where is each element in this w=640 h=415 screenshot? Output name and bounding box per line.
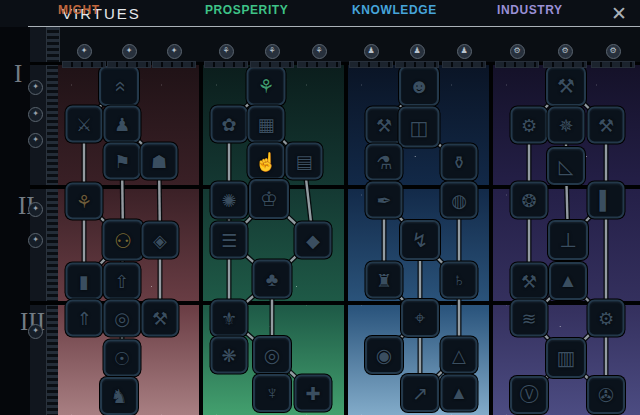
- might-hex-arrow-node[interactable]: ⇑: [66, 300, 103, 337]
- prosperity-snowflake-node[interactable]: ❋: [211, 337, 248, 374]
- might-apple-node[interactable]: ⚘: [66, 183, 103, 220]
- ram-icon: ♞: [110, 385, 127, 408]
- tier-era-indicator-might-1: ✦: [62, 44, 106, 68]
- tier-1-unlock-button-2[interactable]: ✦: [28, 107, 43, 122]
- green-apple-icon: ⚘: [257, 75, 274, 98]
- knowledge-altar-node[interactable]: ♜: [366, 262, 403, 299]
- industry-anvil-node[interactable]: ⊥: [548, 220, 588, 260]
- city-chart-icon: ▦: [257, 113, 274, 135]
- knowledge-eye-node[interactable]: ◉: [365, 336, 403, 374]
- leaf-icon: ⚘: [219, 44, 234, 59]
- prosperity-scroll-node[interactable]: ▤: [286, 143, 323, 180]
- might-sword-node[interactable]: ⚔: [66, 106, 103, 143]
- might-gauntlet-node[interactable]: ☗: [141, 143, 178, 180]
- tier-2-unlock-button-1[interactable]: ✦: [28, 202, 43, 217]
- tree-icon: ♣: [266, 268, 278, 290]
- tier-numeral-1: I: [14, 60, 22, 88]
- industry-gear-node[interactable]: ⚙: [511, 107, 548, 144]
- column-title-might: MIGHT: [58, 3, 100, 17]
- virtue-slot-bar: [297, 61, 341, 68]
- fist-icon: ✦: [77, 44, 92, 59]
- might-figure-node[interactable]: ♟: [104, 106, 141, 143]
- might-mask-node[interactable]: ⚇: [103, 220, 144, 261]
- prosperity-wreath-node[interactable]: ◎: [253, 336, 291, 374]
- knowledge-open-book-node[interactable]: ◫: [399, 107, 440, 148]
- industry-mountain-node[interactable]: ▲: [549, 262, 587, 300]
- might-banner-node[interactable]: ⚑: [104, 143, 141, 180]
- prosperity-stack-node[interactable]: ☰: [211, 222, 248, 259]
- knowledge-branch-node[interactable]: ↯: [400, 220, 440, 260]
- industry-hammer-node[interactable]: ⚒: [511, 263, 548, 300]
- tier-2-unlock-button-2[interactable]: ✦: [28, 233, 43, 248]
- tier-3-unlock-button-1[interactable]: ✦: [28, 324, 43, 339]
- knowledge-telescope-node[interactable]: ↗: [401, 374, 439, 412]
- knowledge-microscope-node[interactable]: ⌖: [401, 299, 439, 337]
- knowledge-hammers-node[interactable]: ⚒: [366, 107, 403, 144]
- tier-1-unlock-button-1[interactable]: ✦: [28, 80, 43, 95]
- mask-icon: ⚇: [114, 228, 132, 252]
- might-crossed-weapons-node[interactable]: ⚒: [142, 300, 179, 337]
- knowledge-alembic-node[interactable]: ⚗: [366, 144, 403, 181]
- industry-hammer-star-node[interactable]: ✵: [548, 107, 585, 144]
- prosperity-burst-node[interactable]: ✺: [211, 182, 248, 219]
- industry-factory-node[interactable]: ⚙: [588, 300, 625, 337]
- knowledge-bust-node[interactable]: ☻: [399, 66, 439, 106]
- might-helmet-node[interactable]: ◈: [142, 222, 179, 259]
- industry-chisel-node[interactable]: ▌: [588, 182, 625, 219]
- tier-divider-1: [30, 185, 640, 189]
- close-icon[interactable]: ✕: [606, 2, 632, 26]
- knowledge-quill-node[interactable]: ✒: [366, 182, 403, 219]
- tier-era-indicator-industry-2: ⚙: [543, 44, 587, 68]
- virtue-slot-bar: [250, 61, 294, 68]
- industry-temple-columns-node[interactable]: ▥: [546, 338, 586, 378]
- industry-wrench-node[interactable]: ⚒: [546, 66, 586, 106]
- knowledge-urn-node[interactable]: ⚱: [441, 144, 478, 181]
- tier-era-indicator-prosperity-1: ⚘: [204, 44, 248, 68]
- knowledge-cone-node[interactable]: ▲: [441, 375, 478, 412]
- knowledge-ringed-planet-node[interactable]: ♄: [441, 262, 478, 299]
- leaf-icon: ⚘: [265, 44, 280, 59]
- palm-icon: ♆: [265, 382, 279, 404]
- industry-set-square-node[interactable]: ◺: [547, 147, 585, 185]
- crossed-weapons-icon: ⚒: [152, 307, 168, 329]
- tier-1-unlock-button-3[interactable]: ✦: [28, 133, 43, 148]
- prosperity-crown-node[interactable]: ♔: [249, 179, 289, 219]
- industry-toolkit-node[interactable]: ✇: [587, 376, 625, 414]
- prosperity-palm-node[interactable]: ♆: [253, 374, 291, 412]
- prosperity-gem-node[interactable]: ◆: [295, 222, 332, 259]
- column-divider-2: [344, 63, 348, 415]
- might-arrow-up-node[interactable]: ⇧: [104, 263, 141, 300]
- knowledge-pyramid-eye-node[interactable]: △: [441, 337, 478, 374]
- prosperity-cloth-swirl-node[interactable]: ✿: [211, 106, 248, 143]
- hand-icon: ☝: [255, 150, 277, 172]
- tier-era-indicator-might-2: ✦: [107, 44, 151, 68]
- tier-era-indicator-knowledge-2: ♟: [395, 44, 439, 68]
- gear-icon: ⚙: [521, 114, 537, 136]
- prosperity-city-chart-node[interactable]: ▦: [248, 106, 285, 143]
- prosperity-tree-node[interactable]: ♣: [253, 260, 292, 299]
- might-rank-chevrons-node[interactable]: »: [99, 66, 139, 106]
- fist-icon: ✦: [167, 44, 182, 59]
- virtue-slot-bar: [107, 61, 151, 68]
- prosperity-plus-node[interactable]: ✚: [295, 375, 332, 412]
- prosperity-lotus-node[interactable]: ⚜: [211, 300, 248, 337]
- prosperity-green-apple-node[interactable]: ⚘: [247, 67, 286, 106]
- might-hex-ring-node[interactable]: ◎: [104, 300, 141, 337]
- virtue-slot-bar: [349, 61, 393, 68]
- column-title-prosperity: PROSPERITY: [205, 3, 288, 17]
- hex-ring-icon: ◎: [114, 307, 130, 329]
- temple-columns-icon: ▥: [557, 346, 576, 370]
- might-circled-figure-node[interactable]: ☉: [104, 340, 141, 377]
- ringed-planet-icon: ♄: [452, 270, 466, 291]
- saw-blade-icon: ❂: [521, 189, 536, 211]
- column-title-knowledge: KNOWLEDGE: [352, 3, 437, 17]
- tier-era-indicator-prosperity-3: ⚘: [297, 44, 341, 68]
- might-pillar-node[interactable]: ▮: [66, 263, 103, 300]
- industry-pickaxe-node[interactable]: ⚒: [588, 107, 625, 144]
- knowledge-globe-node[interactable]: ◍: [441, 182, 478, 219]
- might-ram-node[interactable]: ♞: [100, 377, 138, 415]
- industry-saw-blade-node[interactable]: ❂: [511, 182, 548, 219]
- industry-wave-node[interactable]: ≋: [511, 300, 548, 337]
- industry-circled-v-node[interactable]: Ⓥ: [510, 376, 548, 414]
- prosperity-hand-node[interactable]: ☝: [248, 143, 285, 180]
